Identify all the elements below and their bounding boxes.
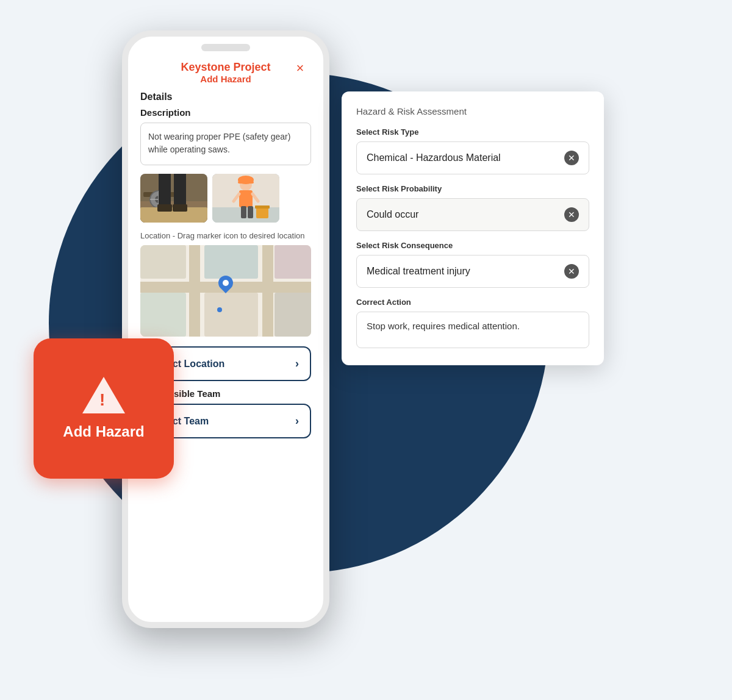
- add-hazard-button[interactable]: ! Add Hazard: [34, 338, 174, 479]
- risk-type-value: Chemical - Hazardous Material: [367, 152, 501, 163]
- risk-probability-clear-icon: ✕: [568, 210, 575, 220]
- map-block-5: [204, 293, 258, 337]
- map-background: [140, 245, 311, 337]
- svg-rect-11: [173, 204, 187, 212]
- project-name: Keystone Project: [140, 61, 311, 74]
- description-label: Description: [140, 107, 311, 118]
- location-hint: Location - Drag marker icon to desired l…: [140, 231, 311, 240]
- risk-consequence-clear-button[interactable]: ✕: [564, 264, 579, 279]
- svg-rect-21: [241, 206, 246, 218]
- risk-probability-selector[interactable]: Could occur ✕: [356, 198, 589, 231]
- select-location-arrow-icon: ›: [295, 357, 299, 370]
- correct-action-text[interactable]: Stop work, requires medical attention.: [356, 312, 589, 348]
- map-road-vertical-2: [262, 245, 273, 337]
- close-icon[interactable]: ×: [292, 60, 309, 77]
- svg-rect-16: [239, 190, 253, 207]
- svg-rect-22: [248, 206, 253, 218]
- map-pin-inner: [221, 279, 230, 287]
- worker-photo-svg: [212, 174, 279, 223]
- warning-triangle-icon: !: [82, 377, 125, 413]
- map-pin: [218, 276, 233, 290]
- svg-rect-9: [174, 174, 186, 204]
- risk-type-clear-button[interactable]: ✕: [564, 151, 579, 165]
- svg-rect-18: [238, 181, 254, 184]
- details-label: Details: [140, 91, 311, 102]
- map-block-2: [204, 245, 258, 279]
- map-block-3: [274, 245, 311, 279]
- risk-consequence-label: Select Risk Consequence: [356, 241, 589, 250]
- risk-consequence-selector[interactable]: Medical treatment injury ✕: [356, 255, 589, 288]
- exclamation-icon: !: [99, 390, 105, 410]
- map-small-dot: [217, 307, 222, 312]
- risk-type-label: Select Risk Type: [356, 127, 589, 137]
- risk-consequence-value: Medical treatment injury: [367, 266, 470, 277]
- map-road-vertical: [189, 245, 200, 337]
- phone-mockup: Keystone Project Add Hazard × Details De…: [122, 30, 329, 628]
- risk-type-selector[interactable]: Chemical - Hazardous Material ✕: [356, 141, 589, 174]
- risk-assessment-panel: Hazard & Risk Assessment Select Risk Typ…: [342, 91, 604, 365]
- map-block-4: [140, 293, 186, 337]
- svg-rect-10: [157, 204, 172, 212]
- map-container: [140, 245, 311, 337]
- phone-notch: [201, 44, 250, 51]
- svg-rect-24: [255, 205, 270, 209]
- risk-consequence-clear-icon: ✕: [568, 266, 575, 276]
- svg-rect-23: [256, 207, 268, 218]
- risk-probability-clear-button[interactable]: ✕: [564, 207, 579, 222]
- description-text[interactable]: Not wearing proper PPE (safety gear) whi…: [140, 123, 311, 165]
- correct-action-label: Correct Action: [356, 298, 589, 307]
- risk-panel-title: Hazard & Risk Assessment: [356, 106, 589, 116]
- saw-photo-svg: [140, 174, 207, 223]
- map-block-6: [274, 293, 311, 337]
- risk-probability-value: Could occur: [367, 209, 418, 220]
- add-hazard-label: Add Hazard: [63, 423, 144, 440]
- photo-saw: [140, 174, 207, 223]
- photos-row: [140, 174, 311, 223]
- add-hazard-subtitle: Add Hazard: [140, 74, 311, 84]
- risk-probability-label: Select Risk Probability: [356, 184, 589, 193]
- map-block-1: [140, 245, 186, 279]
- map-pin-shape: [215, 273, 236, 293]
- select-team-arrow-icon: ›: [295, 415, 299, 427]
- photo-worker: [212, 174, 279, 223]
- risk-type-clear-icon: ✕: [568, 153, 575, 163]
- svg-rect-8: [159, 174, 171, 204]
